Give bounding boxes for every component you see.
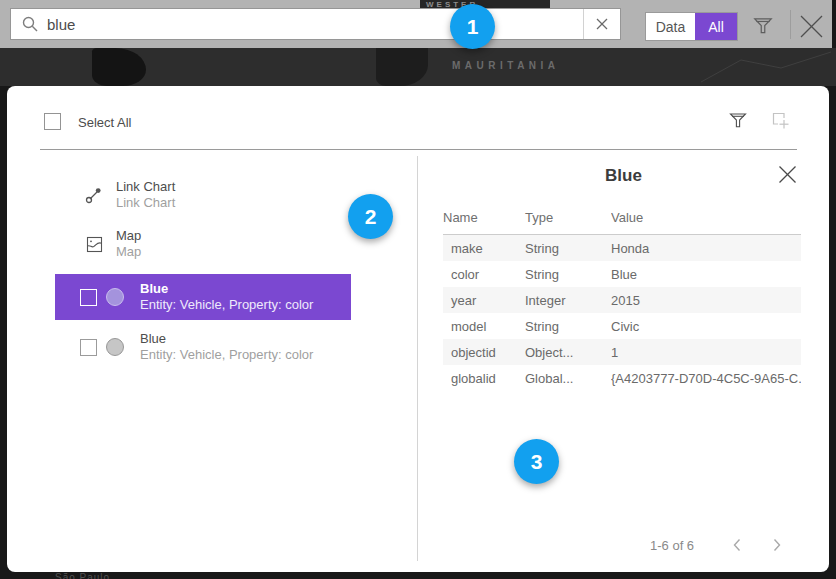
- attribute-table: Name Type Value make String Honda color …: [443, 210, 801, 391]
- attribute-table-header: Name Type Value: [443, 210, 801, 235]
- chevron-left-icon: [732, 538, 742, 552]
- entity-circle-icon: [106, 288, 124, 306]
- search-toolbar: Data All WESTER: [0, 0, 832, 48]
- cell-value: Honda: [611, 241, 801, 256]
- cell-value: {A4203777-D70D-4C5C-9A65-C...: [611, 371, 801, 386]
- callout-badge-2: 2: [348, 194, 393, 239]
- entity-circle-icon: [106, 338, 124, 356]
- table-row: make String Honda: [443, 235, 801, 261]
- cell-type: Integer: [525, 293, 611, 308]
- table-row: color String Blue: [443, 261, 801, 287]
- cell-type: Object...: [525, 345, 611, 360]
- result-subtitle: Link Chart: [116, 195, 175, 211]
- map-label-bottom: São Paulo: [55, 572, 110, 579]
- map-label-mauritania: MAURITANIA: [452, 60, 560, 71]
- column-header-type: Type: [525, 210, 611, 225]
- cell-name: objectid: [443, 345, 525, 360]
- result-title: Blue: [140, 331, 313, 347]
- map-background: MAURITANIA: [0, 48, 836, 86]
- close-icon: [799, 14, 824, 39]
- detail-close-button[interactable]: [778, 165, 797, 188]
- search-results-panel: Select All Link Chart Link Chart Map: [7, 86, 829, 572]
- cell-name: model: [443, 319, 525, 334]
- cell-name: color: [443, 267, 525, 282]
- screen: MAURITANIA São Paulo Data All WESTER: [0, 0, 836, 579]
- result-subtitle: Map: [116, 244, 141, 260]
- chevron-right-icon: [772, 538, 782, 552]
- table-row: objectid Object... 1: [443, 339, 801, 365]
- cell-value: Civic: [611, 319, 801, 334]
- toolbar-divider: [790, 10, 791, 39]
- table-row: year Integer 2015: [443, 287, 801, 313]
- toggle-all-option[interactable]: All: [695, 13, 737, 40]
- panel-filter-button[interactable]: [728, 110, 748, 134]
- cell-type: String: [525, 319, 611, 334]
- result-item-map[interactable]: Map Map: [85, 228, 141, 260]
- pagination-prev-button[interactable]: [732, 538, 742, 556]
- clear-search-button[interactable]: [583, 9, 620, 39]
- detail-pane: Blue Name Type Value make String Honda c…: [418, 150, 829, 572]
- search-icon: [22, 16, 38, 32]
- cell-type: String: [525, 267, 611, 282]
- select-all-checkbox[interactable]: [44, 113, 61, 130]
- result-item-blue[interactable]: Blue Entity: Vehicle, Property: color: [55, 324, 351, 370]
- map-landmass-shape: [92, 48, 146, 86]
- detail-title: Blue: [418, 166, 829, 186]
- cell-value: 1: [611, 345, 801, 360]
- cell-name: make: [443, 241, 525, 256]
- pagination-next-button[interactable]: [772, 538, 782, 556]
- cell-value: Blue: [611, 267, 801, 282]
- clear-icon: [596, 18, 608, 30]
- column-header-value: Value: [611, 210, 801, 225]
- search-input[interactable]: [47, 9, 583, 39]
- cell-type: String: [525, 241, 611, 256]
- search-box: [10, 8, 621, 40]
- toolbar-close-button[interactable]: [799, 14, 824, 43]
- result-subtitle: Entity: Vehicle, Property: color: [140, 297, 313, 313]
- callout-badge-3: 3: [514, 439, 559, 484]
- result-checkbox[interactable]: [80, 339, 97, 356]
- result-checkbox[interactable]: [80, 289, 97, 306]
- map-icon: [85, 236, 103, 253]
- filter-icon: [752, 14, 774, 36]
- column-header-name: Name: [443, 210, 525, 225]
- map-border-lines: [696, 48, 836, 86]
- select-all-label: Select All: [78, 115, 131, 130]
- add-to-map-icon: [770, 110, 791, 131]
- pagination-label: 1-6 of 6: [650, 538, 694, 553]
- filter-icon: [728, 110, 748, 130]
- map-landmass-shape: [376, 48, 428, 86]
- table-row: globalid Global... {A4203777-D70D-4C5C-9…: [443, 365, 801, 391]
- result-title: Map: [116, 228, 141, 244]
- result-title: Link Chart: [116, 179, 175, 195]
- cell-value: 2015: [611, 293, 801, 308]
- toggle-data-option[interactable]: Data: [646, 13, 695, 40]
- cell-name: globalid: [443, 371, 525, 386]
- table-row: model String Civic: [443, 313, 801, 339]
- toolbar-filter-button[interactable]: [752, 14, 774, 40]
- result-subtitle: Entity: Vehicle, Property: color: [140, 347, 313, 363]
- result-item-blue-selected[interactable]: Blue Entity: Vehicle, Property: color: [55, 274, 351, 320]
- callout-badge-1: 1: [450, 4, 495, 49]
- result-title: Blue: [140, 281, 313, 297]
- result-item-link-chart[interactable]: Link Chart Link Chart: [85, 179, 175, 211]
- cell-name: year: [443, 293, 525, 308]
- add-to-map-button[interactable]: [770, 110, 791, 135]
- cell-type: Global...: [525, 371, 611, 386]
- scope-toggle: Data All: [645, 12, 738, 41]
- link-chart-icon: [85, 186, 103, 204]
- close-icon: [778, 165, 797, 184]
